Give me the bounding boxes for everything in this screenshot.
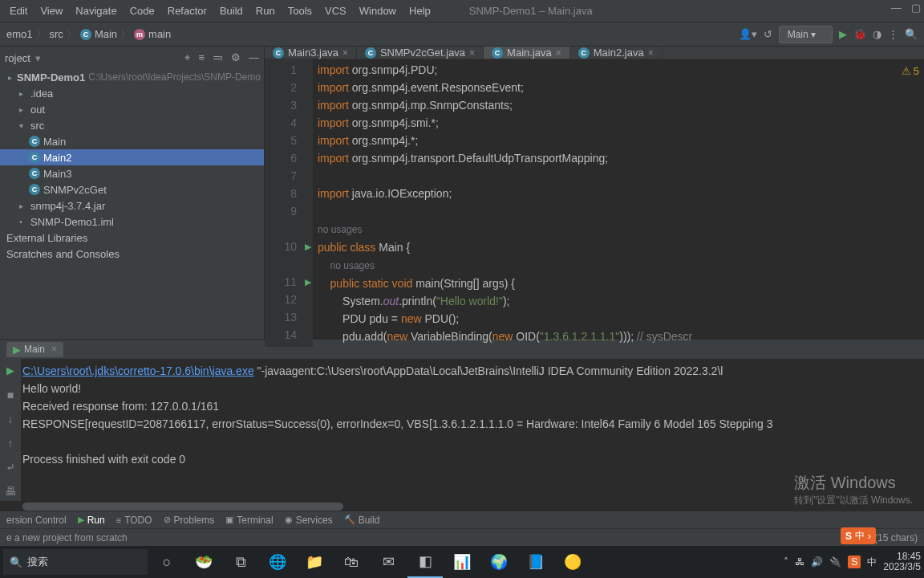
taskbar-cortana-icon[interactable]: ○ [149, 546, 184, 578]
print-icon[interactable]: 🖶 [5, 482, 16, 500]
project-tree[interactable]: ▸SNMP-Demo1C:\Users\root\IdeaProjects\SN… [0, 69, 264, 339]
tree-class-snmpv2cget[interactable]: SNMPv2cGet [43, 184, 107, 196]
tab-snmpv2cget[interactable]: CSNMPv2cGet.java× [357, 47, 484, 59]
maximize-icon[interactable]: ▢ [911, 2, 921, 14]
search-icon[interactable]: 🔍 [905, 28, 918, 40]
java-exe-link[interactable]: C:\Users\root\.jdks\corretto-17.0.6\bin\… [22, 364, 254, 377]
windows-activation-watermark: 激活 Windows 转到"设置"以激活 Windows. [794, 472, 913, 507]
stop-icon[interactable]: ■ [7, 386, 14, 404]
run-gutter-icon[interactable]: ▶ [305, 273, 311, 291]
breadcrumb-project[interactable]: emo1 [6, 28, 33, 40]
collapse-all-icon[interactable]: ≕ [213, 51, 223, 64]
tree-folder-idea[interactable]: .idea [30, 88, 53, 100]
run-console[interactable]: C:\Users\root\.jdks\corretto-17.0.6\bin\… [21, 359, 924, 501]
tray-battery-icon[interactable]: 🔌 [829, 556, 841, 568]
wrap-icon[interactable]: ⤶ [6, 458, 15, 476]
code-editor[interactable]: import org.snmp4j.PDU; import org.snmp4j… [313, 59, 924, 347]
tree-class-main3[interactable]: Main3 [43, 168, 71, 180]
menu-refactor[interactable]: Refactor [161, 2, 213, 19]
menu-help[interactable]: Help [403, 2, 437, 19]
more-actions-icon[interactable]: ⋮ [888, 28, 898, 40]
tray-network-icon[interactable]: 🖧 [795, 556, 804, 568]
tab-main[interactable]: CMain.java× [484, 47, 570, 59]
breadcrumb-src[interactable]: src [50, 28, 63, 40]
editor-gutter[interactable]: 1 2 3 4 5 6 7 8 9 10 11 12 13 14 ▶ ▶ [265, 59, 313, 347]
tab-main2[interactable]: CMain2.java× [570, 47, 663, 59]
select-open-file-icon[interactable]: ⌖ [184, 51, 190, 64]
taskbar-taskview-icon[interactable]: ⧉ [223, 546, 258, 578]
tree-folder-src[interactable]: src [30, 120, 44, 132]
tray-volume-icon[interactable]: 🔊 [811, 556, 823, 568]
run-gutter-icon[interactable]: ▶ [305, 238, 311, 255]
tree-file-iml[interactable]: SNMP-Demo1.iml [30, 216, 114, 228]
warnings-badge[interactable]: ⚠ 5 [902, 63, 919, 80]
tree-folder-out[interactable]: out [30, 104, 45, 116]
run-tab-main[interactable]: ▶Main× [6, 342, 63, 357]
debug-button[interactable]: 🐞 [853, 28, 866, 40]
run-config-select[interactable]: Main ▾ [779, 26, 833, 43]
rerun-icon[interactable]: ▶ [6, 362, 14, 380]
up-icon[interactable]: ↑ [8, 434, 14, 452]
menu-vcs[interactable]: VCS [318, 2, 353, 19]
bottom-tool-strip: ersion Control ▶Run ≡TODO ⊘Problems ▣Ter… [0, 511, 924, 528]
menu-build[interactable]: Build [213, 2, 249, 19]
menu-navigate[interactable]: Navigate [69, 2, 123, 19]
run-button[interactable]: ▶ [839, 28, 847, 40]
taskbar-browser-icon[interactable]: 🌍 [481, 546, 517, 578]
settings-icon[interactable]: ⚙ [231, 51, 241, 64]
taskbar-search[interactable]: 🔍搜索 [3, 549, 148, 575]
taskbar-intellij-icon[interactable]: ◧ [407, 546, 443, 578]
tool-run[interactable]: ▶Run [78, 515, 105, 526]
project-tool-title[interactable]: roject [5, 52, 30, 64]
down-icon[interactable]: ↓ [8, 410, 14, 428]
taskbar-app-icon[interactable]: 🥗 [186, 546, 221, 578]
minimize-icon[interactable]: — [891, 2, 902, 14]
menu-window[interactable]: Window [353, 2, 403, 19]
tray-date[interactable]: 2023/3/5 [883, 562, 921, 572]
taskbar-mail-icon[interactable]: ✉ [371, 546, 406, 578]
windows-taskbar: 🔍搜索 ○ 🥗 ⧉ 🌐 📁 🛍 ✉ ◧ 📊 🌍 📘 🟡 ˄ 🖧 🔊 🔌 S 中 … [0, 546, 924, 578]
tool-build[interactable]: 🔨Build [344, 515, 380, 526]
menu-tools[interactable]: Tools [282, 2, 318, 19]
tool-terminal[interactable]: ▣Terminal [225, 515, 273, 526]
tool-todo[interactable]: ≡TODO [116, 515, 152, 526]
tab-main3[interactable]: CMain3.java× [265, 47, 357, 59]
hide-icon[interactable]: — [249, 51, 259, 64]
taskbar-store-icon[interactable]: 🛍 [334, 546, 369, 578]
tree-root[interactable]: SNMP-Demo1 [17, 71, 85, 83]
user-icon[interactable]: 👤▾ [739, 28, 757, 40]
tray-ime[interactable]: 中 [867, 556, 877, 569]
horizontal-scrollbar[interactable] [22, 503, 343, 511]
menu-edit[interactable]: Edit [3, 2, 34, 19]
tree-class-main[interactable]: Main [43, 136, 66, 148]
tree-file-jar[interactable]: snmp4j-3.7.4.jar [30, 200, 105, 212]
tray-sogou-icon[interactable]: S [848, 556, 861, 568]
system-tray[interactable]: ˄ 🖧 🔊 🔌 S 中 18:45 2023/3/5 [784, 552, 921, 572]
taskbar-word-icon[interactable]: 📘 [518, 546, 553, 578]
close-icon[interactable]: × [51, 344, 57, 355]
ime-indicator[interactable]: S中› [841, 527, 876, 544]
tree-external-libraries[interactable]: External Libraries [6, 232, 87, 244]
close-icon[interactable]: × [556, 47, 561, 59]
taskbar-chrome-icon[interactable]: 🟡 [555, 546, 590, 578]
close-icon[interactable]: × [648, 47, 654, 59]
close-icon[interactable]: × [469, 47, 475, 59]
taskbar-explorer-icon[interactable]: 📁 [297, 546, 332, 578]
breadcrumb-class[interactable]: Main [95, 28, 117, 40]
taskbar-edge-icon[interactable]: 🌐 [260, 546, 295, 578]
close-icon[interactable]: × [342, 47, 348, 59]
menu-code[interactable]: Code [124, 2, 161, 19]
menu-run[interactable]: Run [249, 2, 282, 19]
coverage-button[interactable]: ◑ [873, 28, 881, 40]
tool-version-control[interactable]: ersion Control [6, 515, 67, 526]
expand-all-icon[interactable]: ≡ [198, 51, 205, 64]
tool-problems[interactable]: ⊘Problems [164, 515, 215, 526]
tool-services[interactable]: ◉Services [285, 515, 333, 526]
menu-view[interactable]: View [34, 2, 69, 19]
taskbar-app2-icon[interactable]: 📊 [444, 546, 480, 578]
undo-icon[interactable]: ↺ [764, 28, 772, 40]
breadcrumb-method[interactable]: main [148, 28, 171, 40]
tree-scratches[interactable]: Scratches and Consoles [6, 248, 120, 260]
tree-class-main2[interactable]: Main2 [43, 152, 71, 164]
tray-chevron-icon[interactable]: ˄ [784, 556, 788, 568]
